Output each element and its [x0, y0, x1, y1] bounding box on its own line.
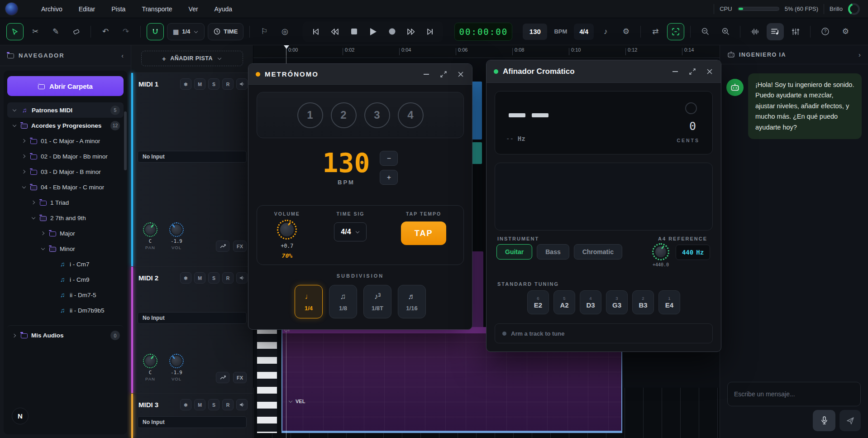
skip-start-button[interactable] [307, 23, 324, 40]
user-avatar[interactable]: N [12, 408, 29, 424]
select-tool-button[interactable] [6, 23, 24, 40]
monitor-button[interactable] [236, 78, 248, 90]
minimize-button[interactable] [422, 70, 430, 78]
snap-toggle-button[interactable] [147, 23, 164, 40]
monitor-button[interactable] [236, 272, 248, 284]
skip-end-button[interactable] [421, 23, 439, 40]
instrument-bass-button[interactable]: Bass [537, 244, 569, 260]
record-arm-button[interactable]: R [222, 399, 234, 410]
audio-view-button[interactable] [746, 23, 763, 40]
close-button[interactable] [706, 67, 714, 76]
mute-button[interactable]: M [194, 272, 205, 284]
menu-transporte[interactable]: Transporte [142, 5, 172, 13]
metronome-dialog-header[interactable]: METRÓNOMO [248, 64, 472, 85]
sidebar-item-acordes[interactable]: Acordes y Progresiones 12 [7, 118, 124, 133]
bpm-input[interactable]: 130 [523, 24, 547, 40]
input-select[interactable]: No Input [138, 151, 247, 163]
redo-button[interactable]: ↷ [117, 23, 134, 40]
subdivision-sixteenth-button[interactable]: ♬ 1/16 [398, 285, 426, 318]
erase-tool-button[interactable] [67, 23, 85, 40]
help-button[interactable]: ? [816, 23, 834, 40]
sidebar-item-02-db-major[interactable]: 02 - Db Major - Bb minor [7, 149, 124, 164]
bpm-increase-button[interactable]: + [380, 170, 398, 185]
input-select[interactable]: No Input [138, 416, 247, 428]
menu-pista[interactable]: Pista [111, 5, 125, 13]
string-2-button[interactable]: 2 B3 [632, 290, 654, 314]
send-message-button[interactable] [839, 410, 861, 431]
fx-button[interactable]: FX [233, 241, 247, 252]
draw-tool-button[interactable]: ✎ [47, 23, 64, 40]
chat-message-input[interactable] [727, 382, 861, 406]
metronome-toggle-button[interactable]: ♪ [597, 23, 614, 40]
a4-reference-knob[interactable]: +440.0 [652, 243, 669, 267]
string-5-button[interactable]: 5 A2 [553, 290, 575, 314]
midi-clip[interactable] [472, 82, 482, 140]
pan-knob[interactable]: C PAN [143, 354, 157, 381]
cut-tool-button[interactable]: ✂ [27, 23, 44, 40]
solo-button[interactable]: S [208, 399, 219, 410]
mute-button[interactable]: M [194, 78, 205, 90]
metronome-volume-knob[interactable] [277, 220, 297, 240]
fit-view-button[interactable] [667, 23, 684, 40]
tempo-settings-button[interactable]: ⚙ [617, 23, 634, 40]
sidebar-item-minor[interactable]: Minor [7, 241, 124, 256]
playlist-view-button[interactable] [767, 23, 784, 40]
settings-button[interactable]: ⚙ [837, 23, 854, 40]
maximize-button[interactable] [439, 70, 448, 78]
menu-archivo[interactable]: Archivo [41, 5, 62, 13]
freeze-button[interactable]: ❄ [180, 399, 191, 410]
string-6-button[interactable]: 6 E2 [527, 290, 549, 314]
zoom-in-button[interactable] [717, 23, 734, 40]
timeline-ruler[interactable]: 0:00 0:02 0:04 0:06 0:08 0:10 0:12 0:14 [253, 45, 720, 58]
midi-clip[interactable] [472, 142, 482, 164]
string-1-button[interactable]: 1 E4 [658, 290, 680, 314]
voice-input-button[interactable] [813, 410, 835, 431]
zoom-out-button[interactable] [696, 23, 714, 40]
sidebar-item-cm9[interactable]: ♫ i - Cm9 [7, 272, 124, 287]
instrument-guitar-button[interactable]: Guitar [496, 244, 532, 260]
solo-button[interactable]: S [208, 272, 219, 284]
sidebar-item-1-triad[interactable]: 1 Triad [7, 195, 124, 210]
sidebar-item-04-eb-major[interactable]: 04 - Eb Major - C minor [7, 179, 124, 195]
string-3-button[interactable]: 3 G3 [606, 290, 628, 314]
minimize-button[interactable] [671, 67, 679, 76]
track-midi-3[interactable]: MIDI 3 ❄ M S R No Input [131, 393, 253, 438]
fast-forward-button[interactable] [402, 23, 420, 40]
menu-editar[interactable]: Editar [79, 5, 95, 13]
sidebar-item-dm7-5[interactable]: ♫ ii - Dm7-5 [7, 287, 124, 303]
playhead-marker[interactable] [284, 45, 289, 49]
record-button[interactable] [383, 23, 401, 40]
close-button[interactable] [457, 70, 465, 78]
mixer-view-button[interactable] [787, 23, 804, 40]
monitor-button[interactable] [236, 399, 248, 410]
velocity-lane-toggle[interactable]: VEL [288, 399, 305, 404]
sidebar-item-cm7[interactable]: ♫ i - Cm7 [7, 256, 124, 272]
undo-button[interactable]: ↶ [97, 23, 114, 40]
time-mode-button[interactable]: TIME [208, 23, 243, 40]
volume-knob[interactable]: -1.9 VOL [169, 354, 184, 381]
track-midi-2[interactable]: MIDI 2 ❄ M S R No Input C PAN -1.9 [131, 266, 253, 393]
sidebar-item-03-d-major[interactable]: 03 - D Major - B minor [7, 164, 124, 179]
brightness-knob[interactable] [848, 3, 860, 15]
volume-knob[interactable]: -1.9 VOL [169, 222, 184, 250]
menu-ayuda[interactable]: Ayuda [215, 5, 232, 13]
tuner-dialog-header[interactable]: Afinador Cromático [486, 60, 721, 83]
chromatic-tuner-dialog[interactable]: Afinador Cromático -- Hz 0 CENTS INSTRU [486, 60, 721, 352]
sidebar-item-patrones-midi[interactable]: ♫ Patrones MIDI 5 [7, 102, 124, 118]
add-track-button[interactable]: + AÑADIR PISTA [141, 51, 243, 66]
solo-button[interactable]: S [208, 78, 219, 90]
sidebar-item-dm7b9b5[interactable]: ♫ ii - Dm7b9b5 [7, 303, 124, 318]
sidebar-scrollbar[interactable] [124, 111, 127, 170]
input-select[interactable]: No Input [138, 312, 247, 324]
maximize-button[interactable] [688, 67, 696, 76]
marker-button[interactable]: ⚐ [256, 23, 273, 40]
subdivision-eighth-button[interactable]: ♫ 1/8 [329, 285, 357, 318]
freeze-button[interactable]: ❄ [180, 272, 191, 284]
tap-tempo-button[interactable]: TAP [401, 221, 446, 245]
collapse-sidebar-button[interactable]: ‹ [121, 52, 124, 59]
piano-keys[interactable] [257, 327, 277, 433]
menu-ver[interactable]: Ver [189, 5, 198, 13]
subdivision-quarter-button[interactable]: ♩ 1/4 [295, 285, 323, 318]
loop-button[interactable]: ⇄ [647, 23, 664, 40]
record-arm-button[interactable]: R [222, 78, 234, 90]
